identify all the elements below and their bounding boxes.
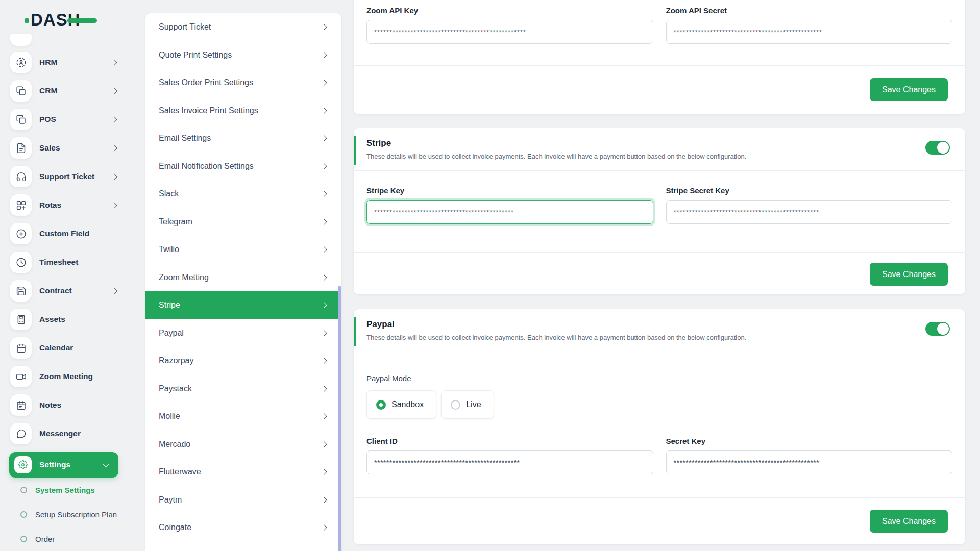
sidebar-item-crm[interactable]: CRM — [0, 77, 128, 105]
settings-nav-item-mercado[interactable]: Mercado — [145, 431, 341, 459]
calculator-icon — [10, 309, 32, 330]
settings-nav-item-sales-order-print-settings[interactable]: Sales Order Print Settings — [145, 69, 341, 97]
section-accent-bar — [354, 136, 356, 165]
settings-nav-item-email-notification-settings[interactable]: Email Notification Settings — [145, 153, 341, 181]
bullet-ring-icon — [20, 487, 27, 493]
sidebar-item-notes[interactable]: Notes — [0, 391, 128, 419]
settings-nav-item-flutterwave[interactable]: Flutterwave — [145, 458, 341, 486]
chevron-right-icon — [321, 108, 327, 113]
paypal-mode-sandbox-option[interactable]: Sandbox — [366, 390, 436, 419]
plus-circle-icon — [10, 223, 32, 244]
settings-nav-item-quote-print-settings[interactable]: Quote Print Settings — [145, 41, 341, 69]
chevron-right-icon — [111, 288, 117, 294]
paypal-mode-label: Paypal Mode — [366, 374, 952, 383]
settings-nav-item-email-settings[interactable]: Email Settings — [145, 124, 341, 153]
paypal-client-id-input[interactable]: ****************************************… — [366, 450, 653, 474]
settings-nav-item-paytm[interactable]: Paytm — [145, 486, 341, 514]
settings-nav-item-slack[interactable]: Slack — [145, 180, 341, 208]
field-value: ****************************************… — [374, 459, 520, 467]
field-label: Secret Key — [666, 437, 953, 445]
radio-label: Sandbox — [391, 400, 424, 409]
stripe-enabled-toggle[interactable] — [925, 141, 950, 155]
logo-dot-icon — [24, 18, 29, 23]
zoom-api-secret-input[interactable]: ****************************************… — [666, 20, 953, 44]
chevron-right-icon — [321, 163, 327, 169]
paypal-secret-key-input[interactable]: ****************************************… — [666, 450, 953, 474]
stripe-secret-key-field-group: Stripe Secret Key **********************… — [666, 186, 953, 224]
sidebar-item-hrm[interactable]: HRM — [0, 48, 128, 77]
chevron-right-icon — [321, 358, 327, 364]
field-value: ****************************************… — [374, 208, 514, 216]
sidebar-nav: HRMCRMPOSSalesSupport TicketRotasCustom … — [0, 48, 128, 448]
settings-nav-item-stripe[interactable]: Stripe — [145, 291, 341, 319]
stripe-secret-key-input[interactable]: ****************************************… — [666, 200, 953, 224]
settings-nav-item-label: Telegram — [159, 217, 192, 227]
main-content: Zoom API Key ***************************… — [354, 0, 965, 544]
settings-nav-item-label: Zoom Metting — [159, 273, 209, 282]
subitem-label: Setup Subscription Plan — [35, 510, 117, 519]
sidebar-item-support-ticket[interactable]: Support Ticket — [0, 162, 128, 191]
settings-nav-item-razorpay[interactable]: Razorpay — [145, 347, 341, 375]
chevron-right-icon — [321, 191, 327, 197]
save-button[interactable]: Save Changes — [870, 263, 948, 286]
brand-logo[interactable]: DASH — [31, 10, 107, 32]
sidebar-item-pos[interactable]: POS — [0, 105, 128, 134]
sidebar-item-label: Messenger — [39, 429, 116, 438]
gear-icon — [14, 456, 32, 473]
chevron-right-icon — [321, 414, 327, 419]
settings-nav-item-skrill[interactable]: Skrill — [145, 542, 341, 551]
sidebar-item-messenger[interactable]: Messenger — [0, 419, 128, 448]
settings-nav-scrollbar[interactable] — [338, 286, 341, 551]
settings-nav-item-telegram[interactable]: Telegram — [145, 208, 341, 236]
settings-nav-item-paypal[interactable]: Paypal — [145, 319, 341, 347]
sidebar-subitem-order[interactable]: Order — [0, 527, 128, 551]
section-description: These details will be used to collect in… — [366, 334, 925, 341]
radio-checked-icon — [376, 400, 386, 410]
sidebar-item-label: HRM — [39, 58, 112, 67]
settings-nav-item-coingate[interactable]: Coingate — [145, 514, 341, 542]
save-button[interactable]: Save Changes — [870, 510, 948, 533]
settings-nav-panel: Support TicketQuote Print SettingsSales … — [145, 13, 341, 551]
sidebar-item-zoom-meeting[interactable]: Zoom Meeting — [0, 362, 128, 391]
paypal-enabled-toggle[interactable] — [925, 322, 950, 336]
sidebar-subitem-system-settings[interactable]: System Settings — [0, 478, 128, 502]
settings-nav-item-support-ticket[interactable]: Support Ticket — [145, 13, 341, 41]
settings-nav-item-twilio[interactable]: Twilio — [145, 236, 341, 264]
sidebar-item-custom-field[interactable]: Custom Field — [0, 219, 128, 248]
settings-nav-item-sales-invoice-print-settings[interactable]: Sales Invoice Print Settings — [145, 97, 341, 125]
logo-dash-icon — [67, 18, 97, 23]
headphones-icon — [10, 166, 32, 187]
zoom-api-key-field-group: Zoom API Key ***************************… — [366, 6, 653, 44]
settings-nav-item-mollie[interactable]: Mollie — [145, 403, 341, 431]
sidebar-item-sales[interactable]: Sales — [0, 134, 128, 162]
chevron-down-icon — [103, 461, 109, 467]
chevron-right-icon — [321, 441, 327, 447]
save-button[interactable]: Save Changes — [870, 78, 948, 101]
settings-nav-item-label: Slack — [159, 189, 179, 198]
paypal-mode-live-option[interactable]: Live — [441, 390, 494, 419]
toggle-knob — [937, 323, 949, 335]
settings-nav-item-label: Twilio — [159, 245, 179, 254]
stripe-key-input[interactable]: ****************************************… — [366, 200, 653, 224]
sidebar-item-contract[interactable]: Contract — [0, 277, 128, 305]
chevron-right-icon — [321, 386, 327, 391]
bullet-ring-icon — [20, 511, 27, 518]
sidebar-item-assets[interactable]: Assets — [0, 305, 128, 334]
app-root: DASH HRMCRMPOSSalesSupport TicketRotasCu… — [0, 0, 980, 551]
settings-nav-item-zoom-metting[interactable]: Zoom Metting — [145, 264, 341, 292]
sidebar-item-timesheet[interactable]: Timesheet — [0, 248, 128, 277]
sidebar-item-label: Custom Field — [39, 229, 116, 238]
sidebar-item-settings[interactable]: Settings — [9, 452, 118, 478]
chevron-right-icon — [321, 219, 327, 224]
settings-nav-item-label: Mollie — [159, 412, 180, 421]
field-value: ****************************************… — [674, 28, 822, 36]
section-title: Stripe — [366, 138, 925, 148]
sidebar-item-rotas[interactable]: Rotas — [0, 191, 128, 219]
settings-nav-item-paystack[interactable]: Paystack — [145, 375, 341, 403]
zoom-api-key-input[interactable]: ****************************************… — [366, 20, 653, 44]
sidebar-item-calendar[interactable]: Calendar — [0, 334, 128, 362]
sidebar-partial-icon — [10, 34, 32, 46]
sidebar-item-label: POS — [39, 115, 112, 124]
sidebar-subitem-setup-subscription-plan[interactable]: Setup Subscription Plan — [0, 502, 128, 527]
chat-icon — [10, 423, 32, 444]
